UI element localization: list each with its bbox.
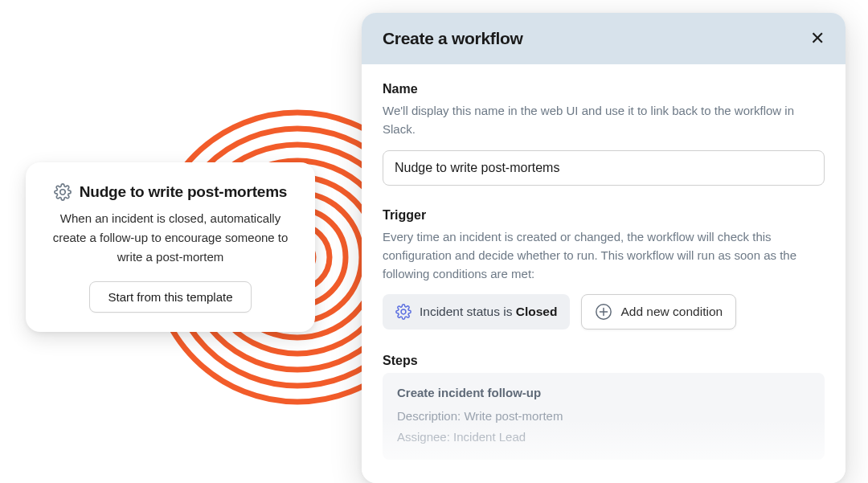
trigger-condition-pill[interactable]: Incident status is Closed (383, 294, 570, 330)
trigger-hint: Every time an incident is created or cha… (383, 227, 825, 284)
add-condition-button[interactable]: Add new condition (581, 294, 736, 330)
workflow-name-input[interactable] (383, 150, 825, 186)
step-assignee-line: Assignee: Incident Lead (397, 427, 810, 448)
steps-label: Steps (383, 354, 825, 368)
name-label: Name (383, 82, 825, 96)
add-condition-label: Add new condition (620, 305, 723, 319)
step-title: Create incident follow-up (397, 386, 810, 399)
condition-text: Incident status is Closed (420, 305, 557, 319)
template-card: Nudge to write post-mortems When an inci… (26, 162, 315, 332)
panel-header: Create a workflow ✕ (362, 13, 845, 64)
start-from-template-button[interactable]: Start from this template (89, 281, 251, 313)
name-hint: We'll display this name in the web UI an… (383, 101, 825, 139)
template-description: When an incident is closed, automaticall… (43, 209, 297, 267)
create-workflow-panel: Create a workflow ✕ Name We'll display t… (362, 13, 845, 483)
plus-circle-icon (595, 303, 612, 321)
template-title: Nudge to write post-mortems (80, 183, 288, 201)
close-icon[interactable]: ✕ (810, 30, 825, 47)
step-description-line: Description: Write post-mortem (397, 406, 810, 427)
gear-icon (54, 183, 72, 201)
gear-icon (395, 304, 411, 320)
panel-title: Create a workflow (383, 29, 523, 48)
step-card[interactable]: Create incident follow-up Description: W… (383, 373, 825, 460)
trigger-label: Trigger (383, 208, 825, 223)
